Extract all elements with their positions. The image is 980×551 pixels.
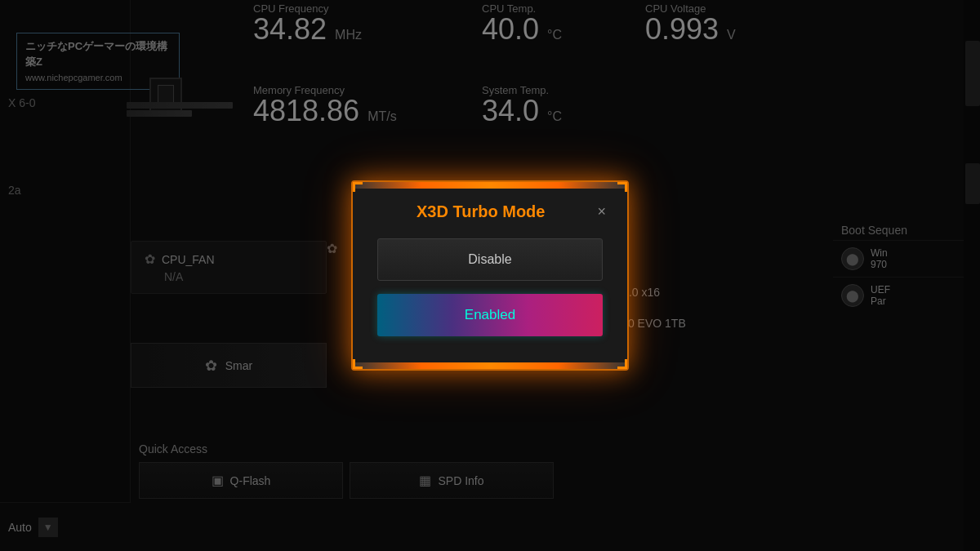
enabled-label: Enabled — [465, 307, 515, 323]
modal-corner-tl — [353, 182, 363, 192]
enabled-option[interactable]: Enabled — [377, 294, 603, 336]
x3d-turbo-modal: X3D Turbo Mode × Disable Enabled — [351, 180, 629, 371]
modal-options: Disable Enabled — [353, 230, 627, 344]
modal-top-bar — [353, 182, 627, 189]
modal-corner-br — [617, 359, 627, 369]
modal-title-area: X3D Turbo Mode × — [353, 189, 627, 230]
modal-corner-tr — [617, 182, 627, 192]
modal-corner-bl — [353, 359, 363, 369]
modal-title: X3D Turbo Mode — [369, 202, 592, 221]
modal-overlay: X3D Turbo Mode × Disable Enabled — [0, 0, 980, 551]
disable-option[interactable]: Disable — [377, 238, 603, 281]
disable-label: Disable — [468, 252, 511, 267]
modal-bottom-bar — [353, 362, 627, 369]
modal-close-button[interactable]: × — [592, 202, 611, 222]
